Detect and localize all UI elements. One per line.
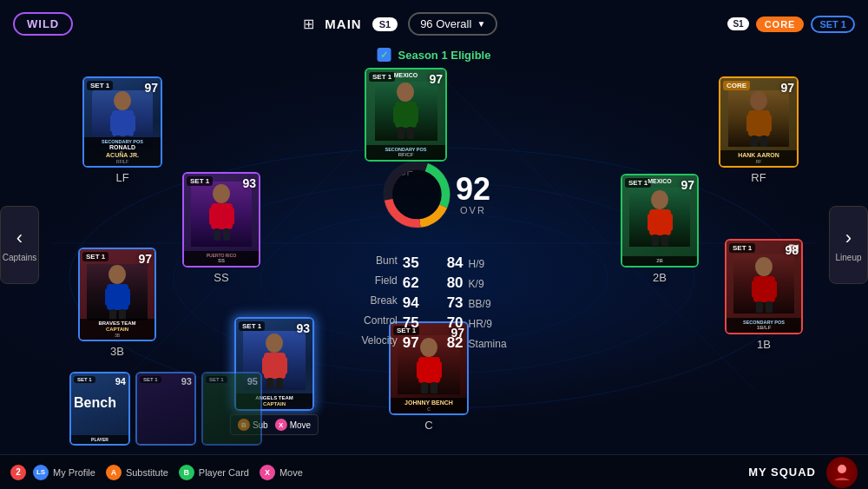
svg-rect-27	[226, 208, 234, 225]
bench-label: Bench	[74, 395, 116, 411]
svg-rect-21	[763, 115, 772, 132]
bunt-label: Bunt	[361, 254, 397, 272]
header-center: ⊞ MAIN S1 96 Overall ▼	[303, 12, 497, 36]
ovr-ring-container: 92 OVR	[378, 138, 490, 251]
bench1-set: SET 1	[74, 376, 95, 383]
b-button-bottom: B	[179, 465, 194, 480]
player-1b[interactable]: SET 1 🇯🇵 98 SECONDARY POS 1B/LF 1B	[725, 239, 803, 351]
player-rf[interactable]: CORE 97 HANK AARON RF RF	[719, 76, 799, 184]
ovr-text: OVR	[460, 205, 486, 215]
svg-rect-28	[214, 228, 220, 241]
s1-badge-header[interactable]: S1	[372, 17, 398, 31]
ss-ovr: 93	[242, 176, 256, 190]
set1-badge[interactable]: SET 1	[811, 16, 855, 33]
2b-label: 2B	[653, 271, 667, 284]
wild-badge[interactable]: WILD	[13, 12, 73, 36]
ovr-ring-svg	[378, 138, 456, 251]
lineup-label: Lineup	[835, 253, 861, 262]
3b-label: 3B	[110, 345, 124, 358]
3b-nameplate: BRAVES TEAM CAPTAIN 3B	[80, 319, 155, 340]
velocity-label: Velocity	[361, 334, 397, 352]
right-arrow-icon: ›	[845, 227, 852, 249]
control-label: Control	[361, 314, 397, 332]
break-label: Break	[361, 294, 397, 312]
1b-label: 1B	[757, 338, 771, 351]
player-card-label: Player Card	[199, 467, 249, 478]
2b-flag-stripe	[622, 262, 697, 266]
svg-rect-34	[652, 235, 659, 246]
svg-rect-8	[110, 115, 119, 132]
k9-label: K/9	[469, 278, 507, 292]
svg-rect-20	[746, 115, 755, 132]
check-icon: ✓	[378, 48, 391, 62]
header: WILD ⊞ MAIN S1 96 Overall ▼ S1 CORE SET …	[0, 0, 868, 48]
c-nameplate: JOHNNY BENCH C	[391, 398, 467, 413]
bench3-set: SET 1	[206, 376, 227, 383]
substitute-control[interactable]: A Substitute	[106, 465, 168, 480]
player-lf[interactable]: SET 1 97 SECONDARY POS RONALD ACUÑA JR. …	[82, 76, 162, 184]
3b-set-badge: SET 1	[82, 252, 108, 261]
s1-badge-right: S1	[727, 17, 748, 30]
svg-rect-32	[648, 214, 656, 231]
stats-center: 92 OVR Bunt 35 84 H/9 Field 62 80 K/9 Br…	[361, 138, 506, 352]
squad-icon[interactable]	[826, 457, 858, 488]
move-button[interactable]: X Move	[275, 419, 311, 431]
bench1-ovr: 94	[115, 376, 126, 387]
cf-set-badge: SET 1	[369, 72, 395, 82]
player-3b[interactable]: SET 1 97 BRAVES TEAM CAPTAIN 3B 3B	[78, 248, 156, 358]
rf-nameplate: HANK AARON RF	[720, 150, 797, 166]
hr9-label: HR/9	[469, 318, 507, 332]
svg-rect-53	[431, 382, 437, 393]
lineup-nav[interactable]: › Lineup	[829, 206, 868, 284]
1b-player-image	[733, 254, 794, 314]
svg-rect-44	[105, 288, 114, 306]
svg-rect-52	[421, 382, 428, 393]
svg-rect-38	[752, 281, 760, 298]
captains-nav[interactable]: ‹ Captains	[0, 206, 39, 284]
bench2-ovr: 93	[181, 376, 192, 387]
svg-rect-58	[266, 378, 273, 389]
stats-table: Bunt 35 84 H/9 Field 62 80 K/9 Break 94 …	[361, 254, 506, 352]
cf-player-image	[375, 82, 437, 141]
ss-set-badge: SET 1	[187, 176, 213, 186]
svg-rect-29	[223, 228, 230, 241]
svg-rect-39	[768, 281, 777, 298]
svg-rect-33	[664, 214, 673, 231]
main-label[interactable]: MAIN	[325, 17, 361, 31]
player-ss[interactable]: SET 1 93 PUERTO RICO SS SS	[182, 172, 260, 284]
a-button: A	[106, 465, 122, 480]
bench-card-3[interactable]: SET 1 95	[201, 372, 262, 446]
player-card-control[interactable]: B Player Card	[179, 465, 249, 480]
svg-rect-41	[766, 301, 773, 313]
control-val: 75	[403, 314, 419, 332]
profile-control[interactable]: LS My Profile	[33, 465, 95, 480]
cf-ovr: 97	[429, 72, 443, 86]
overall-pill[interactable]: 96 Overall ▼	[408, 12, 497, 36]
stamina-val: 82	[447, 334, 464, 352]
x-button-bottom: X	[260, 465, 275, 480]
ss-label: SS	[214, 271, 228, 284]
rf-set-badge: CORE	[723, 81, 750, 90]
svg-point-42	[108, 265, 126, 284]
svg-rect-57	[279, 357, 287, 374]
bench-card-2[interactable]: SET 1 93	[135, 372, 196, 446]
ls-button: LS	[33, 465, 49, 480]
season-banner: ✓ Season 1 Eligible	[378, 48, 491, 62]
svg-rect-45	[122, 288, 130, 306]
move-label: Move	[290, 420, 311, 430]
bb9-label: BB/9	[469, 298, 507, 312]
core-badge[interactable]: CORE	[756, 17, 805, 32]
field-val: 62	[403, 274, 419, 292]
season-text: Season 1 Eligible	[398, 49, 491, 62]
player-2b[interactable]: SET 1 MEXICO 97 2B 2B	[621, 174, 699, 284]
bench2-set: SET 1	[140, 376, 161, 383]
grid-icon: ⊞	[303, 16, 314, 32]
svg-rect-35	[661, 235, 668, 246]
move-control[interactable]: X Move	[260, 465, 303, 480]
3b-ovr: 97	[138, 252, 152, 266]
break-val: 94	[403, 294, 419, 312]
velocity-val: 97	[403, 334, 419, 352]
my-squad-label: MY SQUAD	[748, 466, 816, 479]
3b-player-image	[87, 264, 148, 320]
notification-badge: 2	[10, 465, 26, 480]
